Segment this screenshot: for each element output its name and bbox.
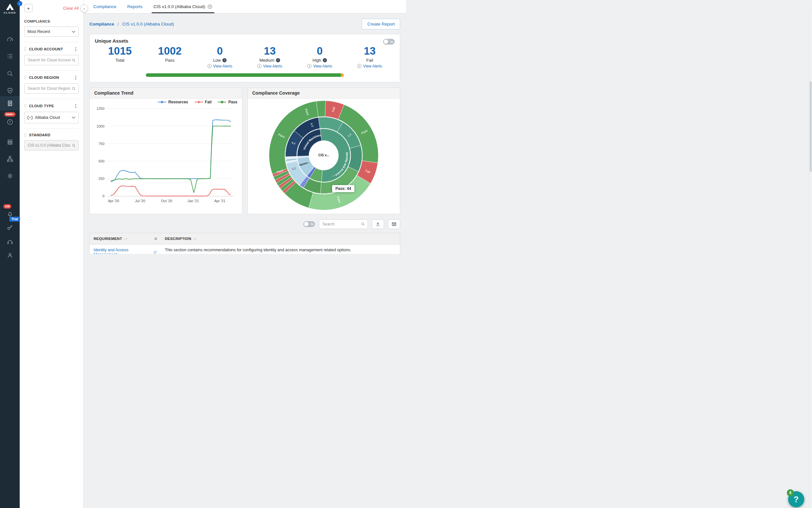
app-logo[interactable]: CLOUD	[0, 3, 20, 14]
alert-icon: !	[207, 64, 212, 68]
column-header-requirement[interactable]: REQUIREMENT ↓↑ ≡	[90, 233, 161, 244]
view-alerts-link-low[interactable]: ! View Alerts	[195, 64, 245, 69]
cloud-account-search-input[interactable]	[27, 57, 71, 62]
logo-icon	[6, 3, 14, 10]
main-area: Compliance Reports CIS v1.0.0 (Alibaba C…	[84, 0, 406, 254]
breadcrumb: Compliance / CIS v1.0.0 (Alibaba Cloud)	[89, 22, 174, 27]
filter-panel-title: COMPLIANCE	[24, 19, 79, 23]
kebab-menu-icon[interactable]: ⋮	[73, 103, 79, 109]
table-percent-toggle[interactable]: %	[303, 221, 315, 227]
filter-section-standard: STANDARD	[24, 129, 79, 151]
sidebar-item-inventory[interactable]	[0, 49, 20, 63]
filter-section-cloud-region: CLOUD REGION ⋮	[24, 71, 79, 94]
table-search[interactable]	[319, 219, 368, 229]
drag-grip-icon[interactable]	[24, 47, 27, 51]
svg-text:1000: 1000	[96, 124, 105, 128]
column-menu-icon[interactable]: ≡	[154, 236, 157, 241]
breadcrumb-parent[interactable]: Compliance	[89, 22, 114, 27]
table-search-input[interactable]	[322, 221, 361, 227]
unique-assets-card: Unique Assets % 1015 Total 1002 Pass 0 L…	[89, 34, 400, 82]
sidebar-item-settings[interactable]	[0, 169, 20, 183]
trial-badge: Trial	[9, 217, 20, 221]
drag-grip-icon[interactable]	[24, 76, 27, 79]
legend-item-pass[interactable]: Pass	[218, 100, 237, 104]
search-icon	[361, 222, 365, 226]
panel-collapse-button[interactable]: ‹	[80, 4, 88, 12]
kebab-menu-icon[interactable]: ⋮	[73, 46, 79, 52]
drag-grip-icon[interactable]	[24, 104, 27, 108]
view-alerts-label: View Alerts	[213, 64, 232, 69]
search-icon	[71, 58, 76, 62]
table-row[interactable]: Identity and Access Management This sect…	[90, 244, 400, 254]
tab-close-icon[interactable]	[207, 4, 212, 9]
drag-grip-icon[interactable]	[24, 133, 27, 137]
standard-search-input[interactable]	[27, 143, 71, 148]
sidebar-item-search[interactable]	[0, 67, 20, 81]
create-report-button[interactable]: Create Report	[362, 19, 400, 29]
tab-label: CIS v1.0.0 (Alibaba Cloud)	[154, 4, 205, 9]
cloud-account-search[interactable]	[24, 55, 79, 65]
view-alerts-label: View Alerts	[313, 64, 332, 69]
clear-all-button[interactable]: Clear All	[63, 6, 79, 11]
cloud-region-search[interactable]	[24, 83, 79, 94]
tab-label: Compliance	[93, 4, 116, 9]
sidebar-item-containers[interactable]	[0, 135, 20, 149]
assets-percent-toggle[interactable]: %	[383, 39, 395, 45]
cloud-region-search-input[interactable]	[27, 86, 71, 91]
add-filter-button[interactable]: +	[24, 4, 33, 12]
requirement-label: Identity and Access Management	[94, 248, 151, 254]
column-header-description[interactable]: DESCRIPTION ↓↑	[161, 233, 400, 244]
alert-icon: !	[307, 64, 312, 68]
sidebar-item-compliance[interactable]	[0, 96, 20, 111]
view-alerts-link-fail[interactable]: ! View Alerts	[345, 64, 395, 69]
compliance-trend-card: Compliance Trend ResourcesFailPass 02505…	[89, 87, 242, 214]
sidebar-item-security[interactable]	[0, 84, 20, 98]
filter-section-cloud-account: CLOUD ACCOUNT ⋮	[24, 42, 79, 65]
stat-value: 1015	[95, 45, 145, 57]
panel-expander-dot[interactable]: ›	[17, 1, 22, 6]
search-icon	[71, 87, 76, 91]
chevron-down-icon	[71, 30, 76, 33]
sidebar-item-support[interactable]	[0, 235, 20, 249]
columns-button[interactable]	[388, 219, 400, 229]
section-title: CLOUD REGION	[29, 76, 71, 79]
stat-low: 0 Low i ! View Alerts	[195, 45, 245, 69]
sidebar-item-network[interactable]	[0, 152, 20, 166]
section-title: CLOUD ACCOUNT	[29, 47, 71, 51]
sidebar-item-alerts[interactable]	[0, 115, 20, 129]
trend-series-pass	[111, 126, 230, 193]
sort-select[interactable]: Most Recent	[24, 27, 79, 37]
download-icon	[375, 221, 381, 227]
sidebar-item-profile[interactable]	[0, 248, 20, 254]
view-alerts-link-high[interactable]: ! View Alerts	[295, 64, 345, 69]
stat-label: Total	[115, 58, 124, 62]
breadcrumb-current[interactable]: CIS v1.0.0 (Alibaba Cloud)	[122, 22, 174, 27]
table-columns-icon	[391, 221, 397, 227]
tab-reports[interactable]: Reports	[127, 0, 142, 13]
download-button[interactable]	[372, 219, 384, 229]
cloud-type-select[interactable]: Alibaba Cloud	[24, 112, 79, 123]
kebab-menu-icon[interactable]: ⋮	[73, 75, 79, 80]
info-icon[interactable]: i	[222, 58, 227, 62]
sunburst-center-label: CIS v...	[319, 154, 330, 157]
info-icon[interactable]: i	[323, 58, 327, 62]
sidebar-item-dashboard[interactable]	[0, 32, 20, 46]
stat-value: 0	[195, 45, 245, 57]
standard-search[interactable]	[24, 140, 79, 151]
assets-stats-row: 1015 Total 1002 Pass 0 Low i ! View Aler…	[95, 45, 395, 69]
trend-series-fail	[111, 186, 230, 196]
tab-cis-v1[interactable]: CIS v1.0.0 (Alibaba Cloud)	[154, 0, 213, 13]
legend-item-resources[interactable]: Resources	[158, 100, 188, 104]
requirement-link[interactable]: Identity and Access Management	[94, 248, 157, 254]
column-label: REQUIREMENT	[94, 237, 122, 241]
headset-icon	[6, 238, 13, 246]
view-alerts-link-medium[interactable]: ! View Alerts	[245, 64, 295, 69]
coverage-sunburst-chart: CIS v...FailPassFailPassPassPassPass1.43…	[268, 99, 380, 212]
sidebar-item-license[interactable]	[0, 220, 20, 235]
stat-total: 1015 Total	[95, 45, 145, 69]
tab-compliance[interactable]: Compliance	[93, 0, 116, 13]
info-icon[interactable]: i	[276, 58, 280, 62]
legend-label: Fail	[205, 100, 212, 104]
legend-item-fail[interactable]: Fail	[195, 100, 212, 104]
app-sidebar: CLOUD 9999+ 108 Trial	[0, 0, 20, 254]
